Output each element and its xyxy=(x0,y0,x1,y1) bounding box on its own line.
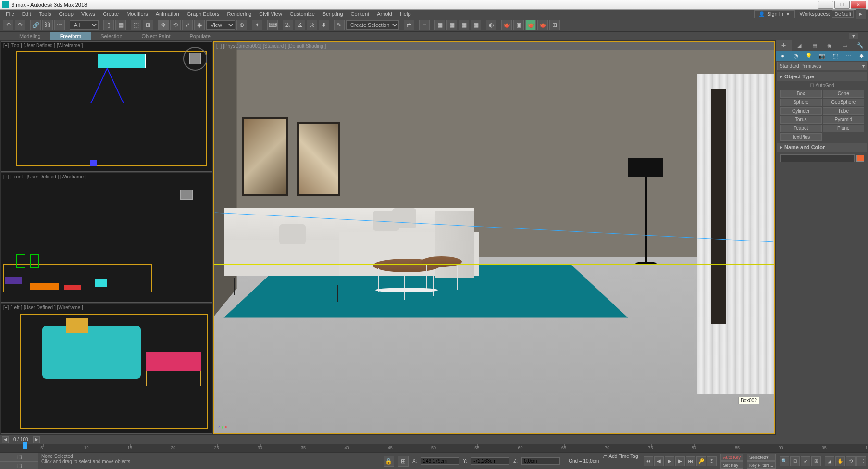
y-coord-input[interactable] xyxy=(471,457,509,465)
prev-frame-button[interactable]: ◀ xyxy=(654,456,664,466)
align-button[interactable]: ≡ xyxy=(419,20,430,30)
cylinder-button[interactable]: Cylinder xyxy=(780,107,822,115)
menu-civilview[interactable]: Civil View xyxy=(255,10,285,18)
menu-rendering[interactable]: Rendering xyxy=(223,10,256,18)
textplus-button[interactable]: TextPlus xyxy=(780,133,822,141)
select-by-name-button[interactable]: ▤ xyxy=(115,20,126,30)
menu-grapheditors[interactable]: Graph Editors xyxy=(183,10,223,18)
ribbon-tab-modeling[interactable]: Modeling xyxy=(10,32,50,40)
mirror-button[interactable]: ⇄ xyxy=(404,20,414,30)
x-coord-input[interactable] xyxy=(421,457,459,465)
object-type-rollout[interactable]: Object Type xyxy=(777,72,867,81)
object-color-swatch[interactable] xyxy=(856,155,864,162)
menu-edit[interactable]: Edit xyxy=(18,10,35,18)
cameras-tab[interactable]: 📷 xyxy=(816,51,829,61)
viewcube-ring[interactable] xyxy=(183,47,207,71)
menu-tools[interactable]: Tools xyxy=(35,10,55,18)
lock-selection-button[interactable]: 🔒 xyxy=(384,456,394,467)
autogrid-checkbox[interactable]: ☐ AutoGrid xyxy=(776,82,868,89)
shapes-tab[interactable]: ◔ xyxy=(789,51,802,61)
track-scroll-right-button[interactable]: ▶ xyxy=(33,436,40,443)
set-key-button[interactable]: Set Key xyxy=(720,461,743,469)
menu-arnold[interactable]: Arnold xyxy=(373,10,396,18)
key-filters-button-left[interactable]: ⬚ xyxy=(0,461,38,469)
viewport-front-label[interactable]: [+] [Front ] [User Defined ] [Wireframe … xyxy=(3,174,87,179)
absolute-relative-button[interactable]: ⊞ xyxy=(398,456,409,467)
rendered-frame-button[interactable]: ▣ xyxy=(513,20,524,30)
name-color-rollout[interactable]: Name and Color xyxy=(777,143,867,152)
viewport-main-label[interactable]: [+] [PhysCamera001] [Standard ] [Default… xyxy=(216,43,326,49)
select-scale-button[interactable]: ⤢ xyxy=(182,20,193,30)
select-place-button[interactable]: ◉ xyxy=(194,20,205,30)
signin-button[interactable]: 👤 Sign In ▼ xyxy=(754,10,795,18)
zoom-button[interactable]: 🔍 xyxy=(780,456,789,466)
key-filter-selected-dropdown[interactable]: Selected ▾ xyxy=(747,454,776,461)
menu-modifiers[interactable]: Modifiers xyxy=(123,10,152,18)
spinner-snap-button[interactable]: ⬍ xyxy=(319,20,329,30)
percent-snap-button[interactable]: % xyxy=(307,20,317,30)
workspace-expand-button[interactable]: ▸ xyxy=(856,9,866,19)
menu-create[interactable]: Create xyxy=(99,10,123,18)
viewport-perspective[interactable]: [+] [PhysCamera001] [Standard ] [Default… xyxy=(213,41,775,434)
manipulate-button[interactable]: ✦ xyxy=(252,20,262,30)
systems-tab[interactable]: ✱ xyxy=(855,51,868,61)
undo-button[interactable]: ↶ xyxy=(3,20,13,30)
modify-tab[interactable]: ◢ xyxy=(792,40,807,51)
play-button[interactable]: ▶ xyxy=(665,456,674,466)
time-config-button[interactable]: ⏱ xyxy=(707,456,717,466)
key-filters-button[interactable]: Key Filters... xyxy=(747,461,776,469)
viewcube[interactable] xyxy=(183,47,207,71)
layer-explorer-button[interactable]: ▦ xyxy=(434,20,445,30)
ribbon-tab-objectpaint[interactable]: Object Paint xyxy=(132,32,180,40)
menu-scripting[interactable]: Scripting xyxy=(319,10,347,18)
menu-views[interactable]: Views xyxy=(77,10,99,18)
fov-button[interactable]: ◢ xyxy=(825,456,834,466)
workspace-dropdown[interactable]: Default xyxy=(832,10,854,18)
redo-button[interactable]: ↷ xyxy=(15,20,25,30)
named-selection-dropdown[interactable]: Create Selection Se xyxy=(346,20,399,30)
zoom-extents-button[interactable]: ⤢ xyxy=(801,456,810,466)
tube-button[interactable]: Tube xyxy=(823,107,865,115)
set-key-button-left[interactable]: ⬚ xyxy=(0,453,38,461)
select-region-rect-button[interactable]: ⬚ xyxy=(131,20,141,30)
pan-button[interactable]: ✋ xyxy=(835,456,845,466)
render-setup-button[interactable]: 🫖 xyxy=(501,20,512,30)
geosphere-button[interactable]: GeoSphere xyxy=(823,99,865,106)
select-object-button[interactable]: ▯ xyxy=(103,20,114,30)
spacewarps-tab[interactable]: 〰 xyxy=(842,51,855,61)
use-center-button[interactable]: ⊕ xyxy=(236,20,247,30)
cone-button[interactable]: Cone xyxy=(823,90,865,98)
lights-tab[interactable]: 💡 xyxy=(803,51,816,61)
viewport-left[interactable]: [+] [Left ] [User Defined ] [Wireframe ] xyxy=(1,304,212,434)
viewport-top[interactable]: [+] [Top ] [User Defined ] [Wireframe ] xyxy=(1,41,212,172)
display-tab[interactable]: ▭ xyxy=(837,40,853,51)
menu-customize[interactable]: Customize xyxy=(286,10,319,18)
curve-editor-button[interactable]: ▦ xyxy=(459,20,469,30)
pyramid-button[interactable]: Pyramid xyxy=(823,116,865,124)
snap-toggle-button[interactable]: 2ₛ xyxy=(283,20,293,30)
maximize-button[interactable]: ☐ xyxy=(834,1,850,9)
ribbon-tab-populate[interactable]: Populate xyxy=(180,32,220,40)
render-button[interactable]: 🫖 xyxy=(525,20,536,30)
object-name-input[interactable] xyxy=(780,154,855,162)
track-scroll-left-button[interactable]: ◀ xyxy=(2,436,9,443)
ribbon-tab-freeform[interactable]: Freeform xyxy=(50,32,91,40)
orbit-button[interactable]: ⟲ xyxy=(846,456,856,466)
schematic-view-button[interactable]: ▦ xyxy=(471,20,481,30)
helpers-tab[interactable]: ⬚ xyxy=(829,51,842,61)
goto-start-button[interactable]: ⏮ xyxy=(644,456,653,466)
refcoord-dropdown[interactable]: View xyxy=(206,20,235,30)
next-frame-button[interactable]: ▶ xyxy=(675,456,685,466)
plane-button[interactable]: Plane xyxy=(823,125,865,132)
create-tab[interactable]: ✚ xyxy=(776,40,792,51)
auto-key-button[interactable]: Auto Key xyxy=(720,454,743,461)
menu-group[interactable]: Group xyxy=(55,10,77,18)
ribbon-tab-selection[interactable]: Selection xyxy=(91,32,132,40)
goto-end-button[interactable]: ⏭ xyxy=(686,456,695,466)
link-button[interactable]: 🔗 xyxy=(30,20,41,30)
utilities-tab[interactable]: 🔧 xyxy=(853,40,868,51)
viewport-top-label[interactable]: [+] [Top ] [User Defined ] [Wireframe ] xyxy=(3,43,83,48)
select-move-button[interactable]: ✥ xyxy=(158,20,169,30)
render-a360-button[interactable]: ⊞ xyxy=(549,20,560,30)
menu-file[interactable]: File xyxy=(2,10,18,18)
